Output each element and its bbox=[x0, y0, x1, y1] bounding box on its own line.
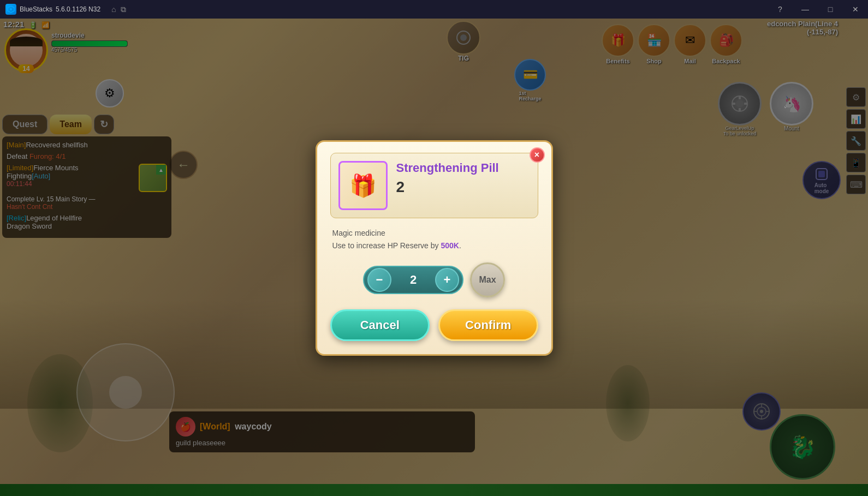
item-count: 2 bbox=[396, 178, 499, 196]
svg-point-1 bbox=[10, 8, 12, 10]
modal-overlay: × 🎁 Strengthening Pill 2 Magic medicine … bbox=[0, 0, 868, 496]
item-info-section: 🎁 Strengthening Pill 2 bbox=[330, 153, 538, 218]
modal-close-button[interactable]: × bbox=[530, 147, 545, 163]
app-version: 5.6.0.1126 N32 bbox=[56, 5, 100, 13]
minimize-button[interactable]: — bbox=[793, 0, 818, 19]
app-logo: BlueStacks 5.6.0.1126 N32 bbox=[0, 4, 106, 15]
title-bar-icons: ⌂ ⧉ bbox=[111, 5, 126, 14]
description-highlight: 500K bbox=[441, 241, 459, 250]
app-name: BlueStacks bbox=[20, 5, 52, 13]
max-button[interactable]: Max bbox=[470, 262, 505, 297]
quantity-value: 2 bbox=[391, 273, 435, 287]
confirm-button[interactable]: Confirm bbox=[438, 309, 538, 341]
window-controls: ? — □ ✕ bbox=[768, 0, 868, 19]
bluestacks-icon bbox=[5, 4, 16, 15]
item-details: Strengthening Pill 2 bbox=[396, 161, 499, 196]
item-image: 🎁 bbox=[338, 161, 388, 210]
help-button[interactable]: ? bbox=[768, 0, 793, 19]
maximize-button[interactable]: □ bbox=[818, 0, 843, 19]
quantity-decrease-button[interactable]: − bbox=[367, 268, 391, 292]
home-icon[interactable]: ⌂ bbox=[111, 5, 116, 14]
close-button[interactable]: ✕ bbox=[843, 0, 868, 19]
quantity-increase-button[interactable]: + bbox=[435, 268, 459, 292]
cancel-button[interactable]: Cancel bbox=[330, 309, 430, 341]
quantity-row: − 2 + Max bbox=[330, 262, 538, 297]
item-description: Magic medicine Use to increase HP Reserv… bbox=[330, 227, 538, 252]
item-name: Strengthening Pill bbox=[396, 161, 499, 175]
quantity-stepper: − 2 + bbox=[363, 266, 463, 294]
modal-buttons: Cancel Confirm bbox=[330, 309, 538, 341]
title-bar: BlueStacks 5.6.0.1126 N32 ⌂ ⧉ ? — □ ✕ bbox=[0, 0, 868, 19]
item-use-modal: × 🎁 Strengthening Pill 2 Magic medicine … bbox=[316, 140, 553, 356]
multi-instance-icon[interactable]: ⧉ bbox=[121, 5, 126, 14]
